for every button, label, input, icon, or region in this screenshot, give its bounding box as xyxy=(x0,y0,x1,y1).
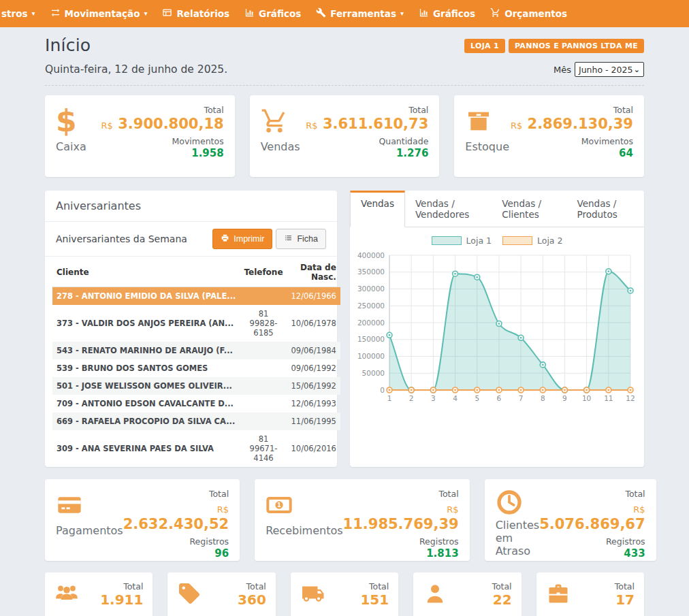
table-row[interactable]: 373 - VALDIR DOS ANJOS PEREIRA (AN...81 … xyxy=(52,305,340,342)
cell-name: 543 - RENATO MARINHO DE ARAUJO (F... xyxy=(52,342,240,359)
nav-item-cadastros[interactable]: stros ▾ xyxy=(0,0,43,27)
legend-item-loja1: Loja 1 xyxy=(432,236,492,246)
nav-item-label: Gráficos xyxy=(259,8,301,19)
svg-text:0: 0 xyxy=(380,386,385,394)
print-button[interactable]: Imprimir xyxy=(212,229,272,249)
card-label: Vendas xyxy=(261,140,300,153)
svg-text:3: 3 xyxy=(431,394,436,402)
current-date: Quinta-feira, 12 de junho de 2025. xyxy=(45,63,227,76)
tab-vendas-produtos[interactable]: Vendas / Produtos xyxy=(567,191,644,227)
cell-name: 309 - ANA SEVERINA PAES DA SILVA xyxy=(52,430,240,467)
svg-text:250000: 250000 xyxy=(357,302,385,310)
table-row[interactable]: 709 - ANTONIO EDSON CAVALCANTE D...12/06… xyxy=(52,395,340,412)
total-value: R$ 2.869.130,39 xyxy=(511,116,633,132)
birthdays-subtitle: Aniversariantes da Semana xyxy=(56,233,187,244)
nav-item-ferramentas[interactable]: Ferramentas ▾ xyxy=(308,0,411,27)
count-card-vendedores[interactable]: Total 17 Vendedores xyxy=(536,572,644,616)
svg-text:300000: 300000 xyxy=(357,285,385,293)
svg-text:1: 1 xyxy=(387,394,392,402)
sales-chart: 0500001000001500002000002500003000003500… xyxy=(350,246,644,419)
svg-text:8: 8 xyxy=(541,394,545,402)
svg-text:400000: 400000 xyxy=(357,251,385,259)
svg-text:7: 7 xyxy=(519,394,524,402)
company-badge: PANNOS E PANNOS LTDA ME xyxy=(509,39,644,53)
page-title: Início xyxy=(45,35,91,55)
svg-text:350000: 350000 xyxy=(357,268,385,276)
tab-vendas-vendedores[interactable]: Vendas / Vendedores xyxy=(405,191,492,227)
truck-icon xyxy=(300,581,325,609)
wrench-icon xyxy=(316,7,326,20)
cell-date: 12/06/1966 xyxy=(287,287,340,306)
column-header-telefone[interactable]: Telefone xyxy=(240,258,287,287)
tab-vendas[interactable]: Vendas xyxy=(350,191,405,227)
count-value: 151 xyxy=(360,591,389,608)
nav-item-orcamentos[interactable]: Orçamentos xyxy=(483,0,575,27)
store-badges: LOJA 1 PANNOS E PANNOS LTDA ME xyxy=(464,39,644,53)
month-select[interactable]: Junho - 2025 ⌄ xyxy=(575,62,644,77)
total-label: Total xyxy=(539,489,645,499)
nav-item-relatorios[interactable]: Relatórios xyxy=(155,0,237,27)
sub-value: 433 xyxy=(539,547,645,560)
total-label: Total xyxy=(511,105,633,115)
count-card-usuarios[interactable]: Total 22 Usuários xyxy=(413,572,521,616)
stat-card-vendas[interactable]: Vendas Total R$ 3.611.610,73 Quantidade … xyxy=(250,95,440,177)
stat-card-clientes-em-atraso[interactable]: Clientes em Atraso Total R$ 5.076.869,67… xyxy=(485,479,656,561)
table-row[interactable]: 501 - JOSE WELISSON GOMES OLIVEIR...15/0… xyxy=(52,377,340,395)
cell-phone xyxy=(240,287,287,306)
svg-text:4: 4 xyxy=(453,394,458,402)
cell-date: 09/06/1992 xyxy=(287,359,340,377)
column-header-cliente[interactable]: Cliente xyxy=(52,258,240,287)
sub-value: 1.276 xyxy=(306,147,428,159)
sub-value: 1.958 xyxy=(101,147,224,159)
cell-date: 09/06/1984 xyxy=(287,342,340,359)
table-row[interactable]: 539 - BRUNO DOS SANTOS GOMES09/06/1992 xyxy=(52,359,340,377)
nav-item-graficos-1[interactable]: Gráficos xyxy=(237,0,308,27)
cell-name: 278 - ANTONIO EMIDIO DA SILVA (PALE... xyxy=(52,287,240,306)
nav-item-graficos-2[interactable]: Gráficos xyxy=(411,0,483,27)
nav-item-movimentacao[interactable]: Movimentação ▾ xyxy=(43,0,155,27)
table-row[interactable]: 543 - RENATO MARINHO DE ARAUJO (F...09/0… xyxy=(52,342,340,359)
tab-vendas-clientes[interactable]: Vendas / Clientes xyxy=(492,191,566,227)
cell-date: 10/06/1978 xyxy=(287,305,340,342)
svg-text:200000: 200000 xyxy=(357,319,385,327)
count-card-fornecedores[interactable]: Total 151 Fornecedores xyxy=(291,572,398,616)
box-icon xyxy=(465,105,509,137)
stat-card-recebimentos[interactable]: 1 Recebimentos Total R$ 11.985.769,39 Re… xyxy=(255,479,470,561)
cell-name: 709 - ANTONIO EDSON CAVALCANTE D... xyxy=(52,395,240,412)
birthdays-panel-title: Aniversariantes xyxy=(45,191,337,222)
column-header-data-nasc[interactable]: Data de Nasc. xyxy=(287,258,340,287)
sales-chart-panel: Vendas Vendas / Vendedores Vendas / Clie… xyxy=(350,191,644,467)
count-card-clientes[interactable]: Total 1.911 Clientes xyxy=(45,572,153,616)
total-label: Total xyxy=(343,489,459,499)
sub-label: Registros xyxy=(123,536,229,547)
cell-date: 10/06/2016 xyxy=(287,430,340,467)
briefcase-icon xyxy=(546,581,571,609)
nav-item-label: Ferramentas xyxy=(330,8,396,19)
table-row[interactable]: 669 - RAFAELA PROCOPIO DA SILVA CA...11/… xyxy=(52,412,340,430)
bar-chart-icon xyxy=(244,7,255,20)
sub-value: 96 xyxy=(123,547,229,560)
card-label: Caixa xyxy=(56,140,86,153)
nav-item-label: Orçamentos xyxy=(504,8,567,19)
caret-down-icon: ▾ xyxy=(144,10,147,17)
birthdays-panel: Aniversariantes Aniversariantes da Seman… xyxy=(45,191,337,467)
svg-text:9: 9 xyxy=(562,394,567,402)
count-card-produtos[interactable]: Total 360 Produtos xyxy=(167,572,275,616)
month-label: Mês xyxy=(554,65,571,75)
caret-down-icon: ▾ xyxy=(31,10,35,17)
table-row[interactable]: 309 - ANA SEVERINA PAES DA SILVA81 99671… xyxy=(52,430,340,467)
ficha-button[interactable]: Ficha xyxy=(276,229,326,249)
cell-date: 11/06/1995 xyxy=(287,412,340,430)
stat-card-pagamentos[interactable]: Pagamentos Total R$ 2.632.430,52 Registr… xyxy=(45,479,240,561)
table-row[interactable]: 278 - ANTONIO EMIDIO DA SILVA (PALE...12… xyxy=(52,287,340,306)
stat-card-caixa[interactable]: $ Caixa Total R$ 3.900.800,18 Movimentos… xyxy=(45,95,235,177)
svg-text:100000: 100000 xyxy=(357,352,385,360)
stat-card-estoque[interactable]: Estoque Total R$ 2.869.130,39 Movimentos… xyxy=(454,95,644,177)
total-value: R$ 3.900.800,18 xyxy=(101,116,224,132)
total-label: Total xyxy=(492,581,511,591)
svg-text:150000: 150000 xyxy=(357,335,385,343)
cell-name: 501 - JOSE WELISSON GOMES OLIVEIR... xyxy=(52,377,240,395)
sub-label: Movimentos xyxy=(101,136,224,146)
svg-text:12: 12 xyxy=(626,394,635,402)
report-icon xyxy=(162,7,172,20)
